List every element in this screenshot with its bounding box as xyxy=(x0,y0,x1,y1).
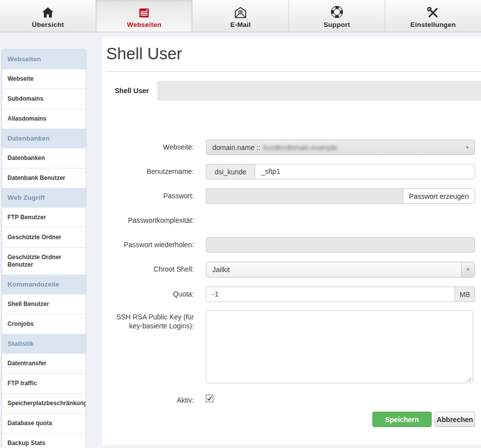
webseite-redacted-value: kundendomain.example xyxy=(264,144,338,151)
webseite-selected-value: domain.name :: xyxy=(212,144,261,151)
sidebar-item-database-quota[interactable]: Database quota xyxy=(2,413,86,433)
nav-tab-einstellungen[interactable]: Einstellungen xyxy=(385,0,481,32)
nav-tab-webseiten[interactable]: Webseiten xyxy=(96,0,192,32)
passwort-wiederholen-label: Passwort wiederholen: xyxy=(106,237,206,249)
form-row-benutzername: Benutzername: dsi_kunde _sftp1 xyxy=(106,164,481,179)
passwort-input[interactable] xyxy=(206,188,403,204)
sidebar-header-statistik: Statistik xyxy=(2,334,86,354)
nav-tab-uebersicht[interactable]: Übersicht xyxy=(0,0,96,32)
home-icon xyxy=(41,4,54,18)
speichern-button[interactable]: Speichern xyxy=(372,412,432,427)
form-row-aktiv: Aktiv: xyxy=(106,392,481,405)
form-row-ssh-key: SSH RSA Public Key (für key-basierte Log… xyxy=(106,310,481,383)
chroot-shell-select[interactable]: Jailkit ▼ xyxy=(206,262,475,278)
aktiv-checkbox[interactable] xyxy=(206,395,213,402)
ssh-key-textarea[interactable] xyxy=(206,310,473,383)
tools-icon xyxy=(427,4,439,18)
form-row-chroot-shell: Chroot Shell: Jailkit ▼ xyxy=(106,262,481,278)
passwort-erzeugen-button[interactable]: Passwort erzeugen xyxy=(403,188,475,204)
sidebar-item-ftp-traffic[interactable]: FTP traffic xyxy=(2,373,86,393)
sidebar-item-ftp-benutzer[interactable]: FTP Benutzer xyxy=(2,208,86,227)
top-navigation: Übersicht Webseiten @ xyxy=(0,0,481,32)
sidebar-item-datentransfer[interactable]: Datentransfer xyxy=(2,354,86,373)
tab-shell-user[interactable]: Shell User xyxy=(106,81,158,101)
sidebar-header-webseiten: Webseiten xyxy=(2,49,86,69)
sidebar-navigation: Webseiten Webseite Subdomains Aliasdomai… xyxy=(1,49,86,448)
chroot-shell-label: Chroot Shell: xyxy=(106,262,206,274)
sidebar-item-datenbanken[interactable]: Datenbanken xyxy=(2,149,86,168)
passwort-wiederholen-input[interactable] xyxy=(206,237,475,253)
nav-tab-label: Support xyxy=(323,21,350,28)
sidebar-item-geschuetzte-ordner-benutzer[interactable]: Geschützte Ordner Benutzer xyxy=(2,247,86,275)
webseite-label: Webseite: xyxy=(106,140,206,151)
select-arrow-box: ▼ xyxy=(461,262,475,277)
lifering-icon xyxy=(330,4,343,18)
benutzername-prefix: dsi_kunde xyxy=(206,164,255,179)
form-button-row: Speichern Abbrechen xyxy=(106,412,481,427)
nav-tab-support[interactable]: Support xyxy=(289,0,385,32)
aktiv-label: Aktiv: xyxy=(106,392,206,405)
abbrechen-button[interactable]: Abbrechen xyxy=(435,412,475,427)
passwortkomplexitaet-label: Passwortkomplexität: xyxy=(106,213,206,228)
ssh-key-label: SSH RSA Public Key (für key-basierte Log… xyxy=(106,310,206,330)
chroot-shell-selected-value: Jailkit xyxy=(212,266,230,274)
sidebar-item-subdomains[interactable]: Subdomains xyxy=(2,89,86,109)
form-row-passwort-wiederholen: Passwort wiederholen: xyxy=(106,237,481,253)
sidebar-item-cronjobs[interactable]: Cronjobs xyxy=(2,314,86,334)
benutzername-label: Benutzername: xyxy=(106,164,206,176)
sidebar-item-datenbank-benutzer[interactable]: Datenbank Benutzer xyxy=(2,168,86,188)
ispconfig-panel: Übersicht Webseiten @ xyxy=(0,0,481,448)
chevron-down-icon: ▼ xyxy=(466,268,471,272)
title-separator xyxy=(106,71,481,72)
email-icon: @ xyxy=(234,4,247,18)
sidebar-header-web-zugriff: Web Zugriff xyxy=(2,188,86,208)
nav-tab-email[interactable]: @ E-Mail xyxy=(192,0,289,32)
webpages-icon xyxy=(138,4,150,18)
nav-tab-label: Einstellungen xyxy=(410,21,456,28)
chevron-down-icon: ▼ xyxy=(465,145,470,149)
nav-tab-label: Übersicht xyxy=(32,21,64,28)
sidebar-item-shell-benutzer[interactable]: Shell Benutzer xyxy=(2,295,86,314)
resize-handle-icon[interactable] xyxy=(467,377,471,381)
sidebar-header-kommandozeile: Kommandozeile xyxy=(2,275,86,295)
quota-label: Quota: xyxy=(106,287,206,299)
content-tabstrip: Shell User xyxy=(106,81,481,101)
sidebar-item-geschuetzte-ordner[interactable]: Geschützte Ordner xyxy=(2,227,86,247)
benutzername-input[interactable]: _sftp1 xyxy=(255,164,475,179)
passwort-label: Passwort: xyxy=(106,188,206,200)
sidebar-header-datenbanken: Datenbanken xyxy=(2,129,86,149)
shell-user-form: Webseite: domain.name :: kundendomain.ex… xyxy=(102,101,481,427)
sidebar-item-backup-stats[interactable]: Backup Stats xyxy=(2,433,86,448)
nav-tab-label: E-Mail xyxy=(230,21,251,28)
form-row-passwortkomplexitaet: Passwortkomplexität: xyxy=(106,213,481,228)
page-title: Shell User xyxy=(106,44,481,63)
quota-unit-addon: MB xyxy=(455,287,475,302)
sidebar-item-aliasdomains[interactable]: Aliasdomains xyxy=(2,109,86,129)
form-row-webseite: Webseite: domain.name :: kundendomain.ex… xyxy=(106,140,481,155)
quota-input[interactable]: -1 xyxy=(206,287,455,302)
webseite-select[interactable]: domain.name :: kundendomain.example ▼ xyxy=(206,140,475,155)
svg-text:@: @ xyxy=(238,8,243,14)
form-row-quota: Quota: -1 MB xyxy=(106,287,481,302)
sidebar-item-webseite[interactable]: Webseite xyxy=(2,69,86,89)
main-content: Shell User Shell User Webseite: domain.n… xyxy=(102,37,481,445)
sidebar-item-speicherplatzbeschraenkung[interactable]: Speicherplatzbeschränkung xyxy=(2,393,86,413)
form-row-passwort: Passwort: Passwort erzeugen xyxy=(106,188,481,204)
nav-tab-label: Webseiten xyxy=(127,21,161,28)
